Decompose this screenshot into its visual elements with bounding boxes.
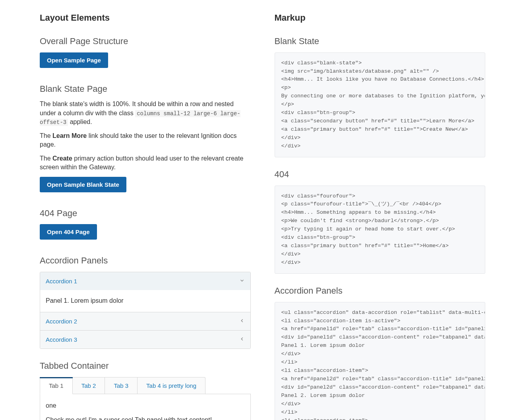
left-title: Layout Elements <box>40 12 251 24</box>
open-sample-blank-state-button[interactable]: Open Sample Blank State <box>40 177 126 192</box>
tab-panel-1: one Check me out! I'm a super cool Tab p… <box>40 394 251 420</box>
tab-panel-line-2: Check me out! I'm a super cool Tab panel… <box>46 416 245 420</box>
heading-404-page: 404 Page <box>40 207 251 220</box>
blank-state-para-1: The blank state's width is 100%. It shou… <box>40 100 251 127</box>
accordion-content-1: Panel 1. Lorem ipsum dolor <box>40 290 250 312</box>
accordion-header-2[interactable]: Accordion 2 <box>40 312 250 330</box>
tab-2[interactable]: Tab 2 <box>73 377 105 394</box>
code-blank-state: <div class="blank-state"> <img src="img/… <box>275 52 486 157</box>
heading-markup-accordion: Accordion Panels <box>275 285 486 297</box>
heading-tabbed-container: Tabbed Container <box>40 360 251 372</box>
heading-blank-state-page: Blank State Page <box>40 83 251 95</box>
tab-1[interactable]: Tab 1 <box>40 377 73 394</box>
right-column: Markup Blank State <div class="blank-sta… <box>263 12 525 420</box>
tab-4[interactable]: Tab 4 is pretty long <box>138 377 205 394</box>
code-accordion: <ul class="accordion" data-accordion rol… <box>275 302 486 420</box>
accordion-item-1: Accordion 1 Panel 1. Lorem ipsum dolor <box>40 272 250 312</box>
accordion-item-3: Accordion 3 <box>40 330 250 348</box>
blank-state-para-2: The Learn More link should take the user… <box>40 132 251 149</box>
heading-markup-blank-state: Blank State <box>275 35 486 48</box>
left-column: Layout Elements Overall Page Structure O… <box>0 12 263 420</box>
accordion-item-2: Accordion 2 <box>40 312 250 330</box>
accordion: Accordion 1 Panel 1. Lorem ipsum dolor A… <box>40 272 251 349</box>
accordion-header-3[interactable]: Accordion 3 <box>40 331 250 348</box>
right-title: Markup <box>275 12 486 24</box>
heading-overall-structure: Overall Page Structure <box>40 35 251 48</box>
accordion-header-1[interactable]: Accordion 1 <box>40 272 250 290</box>
accordion-title-3: Accordion 3 <box>46 335 77 344</box>
tab-panel-line-1: one <box>46 401 245 410</box>
accordion-title-1: Accordion 1 <box>46 277 77 285</box>
tab-list: Tab 1 Tab 2 Tab 3 Tab 4 is pretty long <box>40 377 251 394</box>
code-404: <div class="fourofour"> <p class="fourof… <box>275 186 486 274</box>
chevron-down-icon <box>239 276 245 286</box>
heading-accordion-panels: Accordion Panels <box>40 255 251 267</box>
accordion-title-2: Accordion 2 <box>46 317 77 325</box>
open-sample-page-button[interactable]: Open Sample Page <box>40 52 108 68</box>
blank-state-para-3: The Create primary action button should … <box>40 154 251 172</box>
chevron-left-icon <box>239 316 245 326</box>
open-404-page-button[interactable]: Open 404 Page <box>40 224 97 240</box>
heading-markup-404: 404 <box>275 168 486 181</box>
tab-3[interactable]: Tab 3 <box>105 377 138 394</box>
chevron-left-icon <box>239 335 245 345</box>
